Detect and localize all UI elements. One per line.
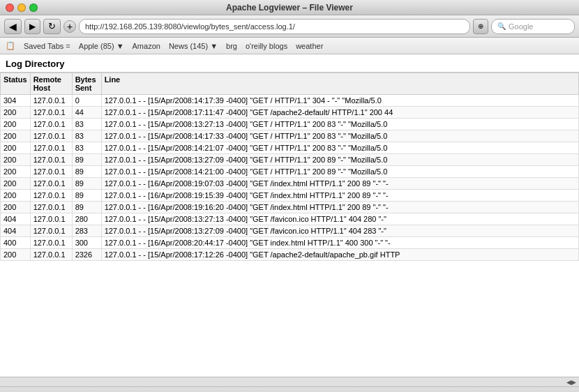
status-cell: 200 [1, 190, 31, 202]
line-header: Line [101, 73, 578, 95]
bookmarks-bar: 📋 Saved Tabs = Apple (85) ▼ Amazon News … [0, 38, 579, 54]
bytes-cell: 280 [72, 213, 101, 225]
table-row: 200127.0.0.183127.0.0.1 - - [15/Apr/2008… [1, 119, 579, 130]
line-cell: 127.0.0.1 - - [16/Apr/2008:19:15:39 -040… [101, 190, 578, 202]
line-cell: 127.0.0.1 - - [15/Apr/2008:14:21:00 -040… [101, 166, 578, 178]
window-controls[interactable] [6, 3, 38, 12]
oreilly-bookmark[interactable]: o'reilly blogs [246, 42, 287, 50]
brg-bookmark[interactable]: brg [226, 42, 237, 50]
line-cell: 127.0.0.1 - - [16/Apr/2008:20:44:17 -040… [101, 237, 578, 249]
table-row: 404127.0.0.1280127.0.0.1 - - [15/Apr/200… [1, 213, 579, 225]
status-cell: 200 [1, 107, 31, 119]
scroll-left-icon[interactable]: ◀ [566, 379, 571, 386]
bytes-cell: 283 [72, 225, 101, 237]
page-title: Log Directory [0, 54, 579, 73]
table-row: 200127.0.0.189127.0.0.1 - - [16/Apr/2008… [1, 190, 579, 202]
host-cell: 127.0.0.1 [30, 190, 72, 202]
line-cell: 127.0.0.1 - - [15/Apr/2008:13:27:09 -040… [101, 154, 578, 166]
bytes-cell: 83 [72, 119, 101, 130]
minimize-button[interactable] [17, 3, 26, 12]
news-bookmark[interactable]: News (145) ▼ [169, 42, 218, 50]
new-tab-button[interactable]: + [63, 20, 76, 33]
line-cell: 127.0.0.1 - - [15/Apr/2008:13:27:13 -040… [101, 119, 578, 130]
host-cell: 127.0.0.1 [30, 249, 72, 261]
content-area: Log Directory Status RemoteHost BytesSen… [0, 54, 579, 377]
host-cell: 127.0.0.1 [30, 154, 72, 166]
status-cell: 404 [1, 225, 31, 237]
table-row: 200127.0.0.189127.0.0.1 - - [15/Apr/2008… [1, 154, 579, 166]
host-header: RemoteHost [30, 73, 72, 95]
status-cell: 200 [1, 202, 31, 213]
line-cell: 127.0.0.1 - - [15/Apr/2008:14:17:39 -040… [101, 95, 578, 107]
back-button[interactable]: ◀ [4, 19, 22, 34]
status-cell: 200 [1, 130, 31, 142]
saved-tabs-icon[interactable]: 📋 [6, 41, 15, 50]
bytes-cell: 89 [72, 166, 101, 178]
line-cell: 127.0.0.1 - - [16/Apr/2008:19:07:03 -040… [101, 178, 578, 190]
host-cell: 127.0.0.1 [30, 166, 72, 178]
status-cell: 404 [1, 213, 31, 225]
table-row: 200127.0.0.12326127.0.0.1 - - [15/Apr/20… [1, 249, 579, 261]
bytes-cell: 44 [72, 107, 101, 119]
search-icon: 🔍 [497, 22, 506, 30]
status-cell: 200 [1, 249, 31, 261]
search-placeholder: Google [509, 22, 533, 31]
table-row: 200127.0.0.189127.0.0.1 - - [16/Apr/2008… [1, 178, 579, 190]
forward-button[interactable]: ▶ [24, 19, 40, 34]
status-cell: 400 [1, 237, 31, 249]
table-row: 200127.0.0.189127.0.0.1 - - [15/Apr/2008… [1, 166, 579, 178]
title-bar: Apache Logviewer – File Viewer [0, 0, 579, 15]
table-header-row: Status RemoteHost BytesSent Line [1, 73, 579, 95]
reload-button[interactable]: ↻ [43, 19, 61, 34]
table-row: 200127.0.0.144127.0.0.1 - - [15/Apr/2008… [1, 107, 579, 119]
line-cell: 127.0.0.1 - - [15/Apr/2008:17:11:47 -040… [101, 107, 578, 119]
line-cell: 127.0.0.1 - - [15/Apr/2008:17:12:26 -040… [101, 249, 578, 261]
host-cell: 127.0.0.1 [30, 119, 72, 130]
host-cell: 127.0.0.1 [30, 225, 72, 237]
status-bar: Open "http://192.168.205.139:8080/viewlo… [0, 386, 579, 392]
bytes-cell: 83 [72, 142, 101, 154]
bytes-cell: 89 [72, 190, 101, 202]
status-header: Status [1, 73, 31, 95]
table-row: 200127.0.0.189127.0.0.1 - - [16/Apr/2008… [1, 202, 579, 213]
table-row: 304127.0.0.10127.0.0.1 - - [15/Apr/2008:… [1, 95, 579, 107]
status-cell: 200 [1, 154, 31, 166]
line-cell: 127.0.0.1 - - [15/Apr/2008:14:21:07 -040… [101, 142, 578, 154]
status-cell: 200 [1, 178, 31, 190]
bytes-cell: 0 [72, 95, 101, 107]
hscroll-bar: ◀ ▶ [0, 377, 579, 386]
host-cell: 127.0.0.1 [30, 213, 72, 225]
bytes-cell: 300 [72, 237, 101, 249]
search-bar[interactable]: 🔍 Google [491, 19, 575, 34]
apple-bookmark[interactable]: Apple (85) ▼ [79, 42, 124, 50]
status-cell: 200 [1, 166, 31, 178]
line-cell: 127.0.0.1 - - [15/Apr/2008:13:27:13 -040… [101, 213, 578, 225]
amazon-bookmark[interactable]: Amazon [133, 42, 160, 50]
url-text: http://192.168.205.139:8080/viewlog/byte… [85, 22, 295, 31]
bytes-cell: 83 [72, 130, 101, 142]
saved-tabs-label[interactable]: Saved Tabs = [24, 42, 70, 50]
bytes-cell: 2326 [72, 249, 101, 261]
table-row: 200127.0.0.183127.0.0.1 - - [15/Apr/2008… [1, 130, 579, 142]
bytes-header: BytesSent [72, 73, 101, 95]
scroll-right-icon[interactable]: ▶ [571, 379, 576, 386]
line-cell: 127.0.0.1 - - [16/Apr/2008:19:16:20 -040… [101, 202, 578, 213]
bytes-cell: 89 [72, 154, 101, 166]
rss-button[interactable]: ⊕ [473, 19, 488, 34]
weather-bookmark[interactable]: weather [296, 42, 323, 50]
window-title: Apache Logviewer – File Viewer [226, 3, 353, 13]
table-row: 200127.0.0.183127.0.0.1 - - [15/Apr/2008… [1, 142, 579, 154]
line-cell: 127.0.0.1 - - [15/Apr/2008:13:27:09 -040… [101, 225, 578, 237]
close-button[interactable] [6, 3, 14, 12]
status-cell: 304 [1, 95, 31, 107]
host-cell: 127.0.0.1 [30, 178, 72, 190]
host-cell: 127.0.0.1 [30, 95, 72, 107]
line-cell: 127.0.0.1 - - [15/Apr/2008:14:17:33 -040… [101, 130, 578, 142]
maximize-button[interactable] [29, 3, 38, 12]
nav-bar: ◀ ▶ ↻ + http://192.168.205.139:8080/view… [0, 15, 579, 38]
bytes-cell: 89 [72, 178, 101, 190]
log-table: Status RemoteHost BytesSent Line 304127.… [0, 73, 579, 261]
url-bar[interactable]: http://192.168.205.139:8080/viewlog/byte… [79, 19, 470, 34]
host-cell: 127.0.0.1 [30, 130, 72, 142]
host-cell: 127.0.0.1 [30, 237, 72, 249]
